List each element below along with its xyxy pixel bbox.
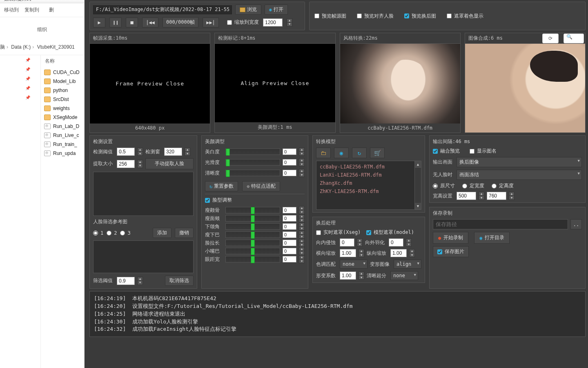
spinner[interactable]: ▲▼ [299, 158, 305, 166]
spinner[interactable]: ▲▼ [299, 231, 305, 239]
nav-pane[interactable]: 📌📌📌📌📌 [0, 55, 41, 368]
pause-button[interactable]: ❙❙ [109, 18, 122, 27]
spinner[interactable]: ▲▼ [185, 148, 190, 156]
face-slider[interactable] [225, 240, 280, 246]
list-item[interactable]: Run_Lab_D [43, 122, 82, 131]
undo-ref-button[interactable]: 撤销 [175, 228, 194, 238]
spinner[interactable]: ▲▼ [357, 238, 363, 247]
preview-src-checkbox[interactable] [314, 13, 319, 18]
spinner[interactable]: ▲▼ [299, 255, 305, 263]
spinner[interactable]: ▲▼ [299, 222, 305, 231]
morph-dropdown[interactable]: align [394, 260, 421, 269]
spinner[interactable]: ▲▼ [299, 239, 305, 247]
model-item[interactable]: ccBaby-LIAE256-RTM.dfm [316, 163, 421, 171]
preview-mask-checkbox[interactable] [447, 13, 452, 18]
face-slider[interactable] [225, 231, 280, 238]
model-refresh-button[interactable]: ↻ [352, 148, 367, 158]
whiten-slider[interactable] [225, 148, 280, 155]
spinner[interactable]: ▲▼ [509, 192, 514, 200]
face-slider-value[interactable] [283, 248, 296, 254]
preview-swap-checkbox[interactable] [404, 13, 409, 18]
save-path-input[interactable] [433, 219, 568, 229]
play-button[interactable]: ▶ [93, 18, 105, 27]
face-slider-value[interactable] [283, 240, 296, 246]
cancel-filter-button[interactable]: 取消筛选 [165, 276, 194, 286]
spinner[interactable]: ▲▼ [137, 160, 143, 168]
preview-align-checkbox[interactable] [357, 13, 362, 18]
spinner[interactable]: ▲▼ [479, 192, 484, 200]
browse-button[interactable]: 浏览 [235, 4, 261, 15]
list-item[interactable]: SrcDist [43, 95, 82, 104]
move-to-button[interactable]: 移动到 [4, 7, 19, 13]
face-slider-value[interactable] [283, 256, 296, 263]
erode-out-input[interactable] [389, 238, 403, 247]
reset-params-button[interactable]: ↻重置参数 [205, 181, 238, 191]
filter-threshold-input[interactable] [117, 277, 135, 285]
output-image-dropdown[interactable]: 换后图像 [457, 157, 582, 167]
detect-threshold-input[interactable] [117, 148, 135, 156]
face-slider-value[interactable] [283, 207, 296, 213]
face-shape-checkbox[interactable] [205, 198, 210, 203]
search-input[interactable]: 🔍 [564, 34, 584, 43]
manual-extract-button[interactable]: 手动提取人脸 [145, 158, 194, 169]
face-slider[interactable] [225, 248, 280, 254]
face-slider[interactable] [225, 215, 280, 222]
model-list[interactable]: ccBaby-LIAE256-RTM.dfmLanXi-LIAE256-RTM.… [316, 161, 421, 210]
spinner[interactable]: ▲▼ [137, 148, 143, 156]
stop-button[interactable]: ■ [126, 18, 138, 27]
spinner[interactable]: ▲▼ [299, 169, 305, 177]
model-item[interactable]: ZhKY-LIAE256-RTM.dfm [316, 187, 421, 195]
scale-width-input[interactable] [263, 18, 283, 27]
spinner[interactable]: ▲▼ [409, 249, 415, 257]
spinner[interactable]: ▲▼ [137, 277, 143, 285]
width-input[interactable] [457, 192, 476, 200]
deform-input[interactable] [340, 272, 356, 280]
list-item[interactable]: XSegMode [43, 113, 82, 122]
filter-radio-2[interactable] [107, 231, 111, 236]
list-item[interactable]: Model_Lib [43, 77, 82, 86]
seek-end-button[interactable]: ▶▶| [203, 18, 219, 27]
scale-checkbox[interactable] [227, 20, 232, 25]
list-item[interactable]: CUDA_CuD [43, 68, 82, 77]
sharpen-slider[interactable] [225, 170, 280, 176]
erode-in-input[interactable] [340, 238, 354, 247]
breadcrumb[interactable]: 脑› Data (K:)› VtubeKit_230901 [0, 37, 84, 55]
fuse-preview-checkbox[interactable] [433, 149, 438, 154]
spinner[interactable]: ▲▼ [299, 214, 305, 222]
list-item[interactable]: Run_upda [43, 149, 82, 158]
model-shop-button[interactable]: 🛒 [370, 148, 385, 158]
start-record-button[interactable]: 开始录制 [433, 232, 468, 244]
size-fixh-radio[interactable] [492, 184, 497, 188]
save-image-checkbox[interactable] [437, 249, 442, 254]
scale-spinner[interactable]: ▲▼ [287, 18, 292, 27]
extract-size-input[interactable] [117, 160, 135, 168]
noface-dropdown[interactable]: 画面冻结 [457, 170, 582, 180]
open-dir-button[interactable]: 打开目录 [474, 232, 510, 244]
hscale-input[interactable] [340, 249, 356, 257]
list-item[interactable]: Run_Live_c [43, 131, 82, 140]
open-button[interactable]: 打开 [265, 4, 288, 15]
smooth-value[interactable] [283, 159, 296, 166]
vscale-input[interactable] [390, 249, 407, 257]
spinner[interactable]: ▲▼ [359, 249, 364, 257]
face-slider[interactable] [225, 256, 280, 263]
model-item[interactable]: LanXi-LIAE256-RTM.dfm [316, 171, 421, 179]
face-slider-value[interactable] [283, 215, 296, 222]
browse-save-button[interactable]: .. [570, 219, 582, 229]
video-path-input[interactable] [93, 5, 232, 14]
spinner[interactable]: ▲▼ [299, 206, 305, 214]
face-slider[interactable] [225, 207, 280, 213]
list-item[interactable]: Run_train_ [43, 140, 82, 149]
face-slider-value[interactable] [283, 231, 296, 238]
colormatch-dropdown[interactable]: none [340, 260, 368, 269]
model-folder-button[interactable]: 🗀 [316, 148, 331, 158]
smooth-slider[interactable] [225, 159, 280, 166]
model-item[interactable]: ZhangXc.dfm [316, 179, 421, 187]
detect-window-input[interactable] [164, 148, 182, 156]
size-fixw-radio[interactable] [462, 184, 467, 188]
size-orig-radio[interactable] [433, 184, 438, 188]
copy-to-button[interactable]: 复制到 [24, 7, 39, 13]
xseg-checkbox[interactable] [316, 230, 321, 235]
spinner[interactable]: ▲▼ [299, 247, 305, 255]
seek-start-button[interactable]: |◀◀ [142, 18, 158, 27]
